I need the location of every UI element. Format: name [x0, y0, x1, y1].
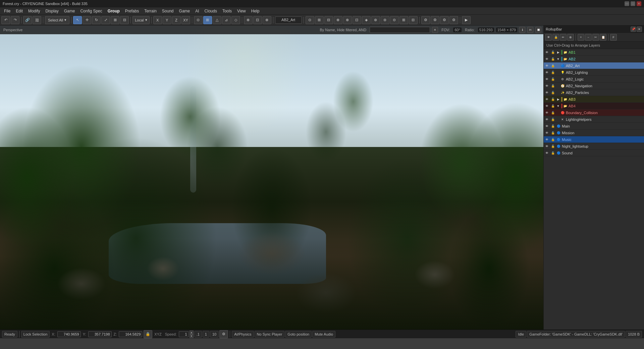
layer-lock-ab1[interactable]: 🔓 — [550, 49, 556, 56]
x-input[interactable] — [57, 331, 81, 337]
layer-eye-boundary[interactable]: 👁 — [544, 109, 550, 116]
layer-eye-lightinghelpers[interactable]: 👁 — [544, 116, 550, 123]
axis-z-btn[interactable]: Z — [172, 16, 181, 24]
layer-eye-ab1[interactable]: 👁 — [544, 49, 550, 56]
menu-game2[interactable]: Game — [176, 8, 193, 14]
layer-ab2-particles[interactable]: 👁 🔓 ✨ AB2_Particles — [544, 89, 644, 96]
tool8[interactable]: ⊛ — [371, 16, 380, 24]
layer-eye-ab3[interactable]: 👁 — [544, 96, 550, 103]
snap-angle[interactable]: △ — [213, 16, 221, 24]
render1[interactable]: ▶ — [462, 16, 471, 24]
layer-eye-ab4[interactable]: 👁 — [544, 103, 550, 109]
menu-tools[interactable]: Tools — [220, 8, 234, 14]
camera-tool[interactable]: ⊗ — [263, 16, 271, 24]
minimize-button[interactable]: — — [625, 1, 629, 6]
snap-scale[interactable]: ⊿ — [222, 16, 231, 24]
menu-group[interactable]: Group — [105, 8, 122, 14]
menu-display[interactable]: Display — [43, 8, 61, 14]
ai-physics-button[interactable]: AI/Physics — [232, 331, 254, 338]
layer-ab4[interactable]: 👁 🔓 ▼ 📂 AB4 — [544, 103, 644, 109]
step-down[interactable]: ▼ — [190, 334, 194, 338]
rt-btn3[interactable]: ✏ — [560, 34, 567, 41]
menu-clouds[interactable]: Clouds — [202, 8, 220, 14]
move-tool[interactable]: ✛ — [83, 16, 91, 24]
snap-vert[interactable]: ◇ — [231, 16, 240, 24]
close-button[interactable]: ✕ — [637, 1, 641, 6]
rt-btn1[interactable]: 👁 — [545, 34, 552, 41]
menu-edit[interactable]: Edit — [13, 8, 25, 14]
layer-ab1[interactable]: 👁 🔓 ▶ 📁 AB1 — [544, 49, 644, 56]
rt-btn6[interactable]: − — [585, 34, 592, 41]
layer-lock-ab2-logic[interactable]: 🔓 — [550, 76, 556, 83]
tool9[interactable]: ⊜ — [381, 16, 389, 24]
vp-opt1[interactable]: ℹ — [519, 27, 525, 33]
layer-lock-night[interactable]: 🔓 — [550, 143, 556, 150]
layer-main[interactable]: 👁 🔓 🔵 Main — [544, 123, 644, 130]
rollup-pin[interactable]: 📌 — [631, 27, 636, 32]
tool6[interactable]: ⊡ — [353, 16, 361, 24]
settings2[interactable]: ⚙ — [431, 16, 439, 24]
rotate-tool[interactable]: ↻ — [92, 16, 101, 24]
layer-ab2-art[interactable]: 👁 🔓 🔵 AB2_Art — [544, 62, 644, 69]
layer-input[interactable]: AB2_Art — [275, 16, 302, 24]
layer-eye-mission[interactable]: 👁 — [544, 130, 550, 136]
layer-ab2-navigation[interactable]: 👁 🔓 🧭 AB2_Navigation — [544, 83, 644, 89]
layer-lock-boundary[interactable]: 🔓 — [550, 109, 556, 116]
layer-mission[interactable]: 👁 🔓 🔵 Mission — [544, 130, 644, 136]
axis-x-btn[interactable]: X — [153, 16, 162, 24]
tool4[interactable]: ⊕ — [334, 16, 342, 24]
menu-modify[interactable]: Modify — [25, 8, 43, 14]
layer-expand-ab4[interactable]: ▼ — [556, 104, 560, 108]
layer-ab2-lighting[interactable]: 👁 🔓 💡 AB2_Lighting — [544, 69, 644, 76]
settings4[interactable]: ⚙ — [449, 16, 458, 24]
rollup-close[interactable]: ✕ — [637, 27, 642, 32]
rt-btn4[interactable]: ⊕ — [567, 34, 574, 41]
select-region[interactable]: ⊡ — [253, 16, 262, 24]
step1[interactable]: .1 — [194, 331, 202, 338]
scale-tool[interactable]: ⤢ — [101, 16, 110, 24]
step3[interactable]: 10 — [210, 331, 219, 338]
layer-lock-ab3[interactable]: 🔓 — [550, 96, 556, 103]
speed-input[interactable] — [179, 331, 189, 337]
layer-lock-ab2[interactable]: 🔓 — [550, 56, 556, 62]
settings1[interactable]: ⚙ — [421, 16, 430, 24]
menu-help[interactable]: Help — [249, 8, 262, 14]
tool12[interactable]: ⊟ — [409, 16, 418, 24]
layer-lock-sound[interactable]: 🔓 — [550, 150, 556, 156]
tool10[interactable]: ⊝ — [390, 16, 399, 24]
menu-file[interactable]: File — [1, 8, 13, 14]
snap-none[interactable]: ⊙ — [194, 16, 203, 24]
no-sync-player-button[interactable]: No Sync Player — [255, 331, 285, 338]
layer-eye-ab2-particles[interactable]: 👁 — [544, 89, 550, 96]
layer-eye-ab2-logic[interactable]: 👁 — [544, 76, 550, 83]
layer-eye-ab2-lighting[interactable]: 👁 — [544, 69, 550, 76]
transform-tool[interactable]: ⊕ — [244, 16, 253, 24]
tool3[interactable]: ⊟ — [324, 16, 333, 24]
tool1[interactable]: ⊙ — [306, 16, 314, 24]
layer-ab2[interactable]: 👁 🔓 ▼ 📂 AB2 — [544, 56, 644, 62]
axis-xy-btn[interactable]: XY — [181, 16, 190, 24]
layer-lock-ab4[interactable]: 🔓 — [550, 103, 556, 109]
layer-sound[interactable]: 👁 🔓 🔵 Sound — [544, 150, 644, 156]
menu-configspec[interactable]: Config Spec — [77, 8, 105, 14]
tool11[interactable]: ⊞ — [399, 16, 408, 24]
settings3[interactable]: ⚙ — [440, 16, 449, 24]
rt-btn5[interactable]: + — [578, 34, 584, 41]
layer-lock-ab2-navigation[interactable]: 🔓 — [550, 83, 556, 89]
select-all-button[interactable]: Select All ▾ — [45, 16, 69, 24]
step-up[interactable]: ▲ — [190, 331, 194, 334]
rt-btn8[interactable]: 📋 — [600, 34, 606, 41]
filter-clear[interactable]: ✕ — [432, 27, 438, 33]
layer-lighting-helpers[interactable]: 👁 🔓 ✕ LightingHelpers — [544, 116, 644, 123]
select-tool[interactable]: ↖ — [73, 16, 82, 24]
layer-eye-ab2-navigation[interactable]: 👁 — [544, 83, 550, 89]
layer-boundary[interactable]: 👁 🔓 🔴 Boundary_Collision — [544, 109, 644, 116]
tool7[interactable]: ◈ — [362, 16, 371, 24]
menu-sound[interactable]: Sound — [159, 8, 176, 14]
rt-btn7[interactable]: ✂ — [592, 34, 599, 41]
layer-lock-main[interactable]: 🔓 — [550, 123, 556, 130]
window-controls[interactable]: — □ ✕ — [625, 1, 641, 6]
undo-back-button[interactable]: ↶ — [1, 16, 10, 24]
menu-prefabs[interactable]: Prefabs — [122, 8, 142, 14]
step-settings[interactable]: ⚙ — [219, 330, 228, 338]
